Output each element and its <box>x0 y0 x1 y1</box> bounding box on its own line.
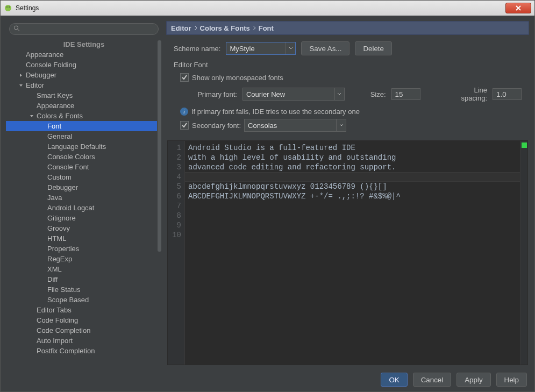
tree-item[interactable]: Postfix Completion <box>6 346 162 356</box>
app-icon <box>4 4 12 12</box>
tree-item-label: Editor <box>26 80 44 90</box>
preview-editor[interactable]: Android Studio is a full-featured IDEwit… <box>185 141 520 365</box>
tree-item[interactable]: Scope Based <box>6 295 162 305</box>
primary-font-select[interactable]: Courier New <box>242 88 345 101</box>
preview-line <box>188 172 517 182</box>
scheme-name-label: Scheme name: <box>174 45 220 53</box>
cancel-button[interactable]: Cancel <box>413 373 452 387</box>
tree-item[interactable]: Custom <box>6 172 162 182</box>
tree-item-label: Console Font <box>47 162 89 172</box>
breadcrumb-item: Font <box>259 24 274 32</box>
preview-line: Android Studio is a full-featured IDE <box>188 143 517 153</box>
scheme-name-value: MyStyle <box>230 45 254 53</box>
apply-button[interactable]: Apply <box>456 373 490 387</box>
tree-item-label: Colors & Fonts <box>37 111 83 121</box>
tree-item[interactable]: Gitignore <box>6 213 162 223</box>
tree-item[interactable]: Code Completion <box>6 325 162 336</box>
gutter-line-number: 9 <box>168 220 181 230</box>
svg-point-1 <box>6 6 8 8</box>
tree-item[interactable]: RegExp <box>6 254 162 264</box>
dialog-button-bar: OK Cancel Apply Help <box>1 370 534 392</box>
breadcrumb-item[interactable]: Editor <box>171 24 191 32</box>
preview-line: with a high level of usability and outst… <box>188 153 517 162</box>
tree-item[interactable]: Language Defaults <box>6 141 162 152</box>
gutter-line-number: 3 <box>168 162 181 172</box>
tree-item-label: Diff <box>47 274 58 284</box>
tree-item[interactable]: Android Logcat <box>6 203 162 213</box>
tree-item[interactable]: Code Folding <box>6 315 162 325</box>
search-input[interactable] <box>9 23 159 35</box>
tree-item[interactable]: Appearance <box>6 49 162 60</box>
primary-font-value: Courier New <box>246 90 285 98</box>
tree-item-label: Custom <box>47 172 72 182</box>
mono-only-label: Show only monospaced fonts <box>192 74 283 82</box>
ok-button[interactable]: OK <box>381 373 407 387</box>
settings-tree[interactable]: AppearanceConsole FoldingDebuggerEditorS… <box>6 49 162 365</box>
tree-item-label: Postfix Completion <box>37 346 95 356</box>
tree-item[interactable]: Java <box>6 193 162 203</box>
preview-line <box>188 201 517 211</box>
save-as-button[interactable]: Save As... <box>301 41 349 55</box>
tree-item[interactable]: Console Colors <box>6 152 162 162</box>
chevron-down-icon <box>286 42 295 54</box>
font-preview: 12345678910 Android Studio is a full-fea… <box>167 140 528 365</box>
tree-item[interactable]: Smart Keys <box>6 90 162 101</box>
tree-item[interactable]: File Status <box>6 284 162 295</box>
tree-item-label: HTML <box>47 233 66 244</box>
tree-item[interactable]: General <box>6 131 162 141</box>
mono-only-checkbox[interactable] <box>180 73 189 82</box>
tree-item-label: XML <box>47 264 62 274</box>
editor-font-heading: Editor Font <box>174 61 522 69</box>
error-stripe[interactable] <box>520 141 527 365</box>
sidebar-section-heading: IDE Settings <box>6 40 162 48</box>
font-size-input[interactable] <box>391 88 420 100</box>
tree-item[interactable]: Font <box>6 121 162 131</box>
secondary-font-checkbox[interactable] <box>180 121 189 130</box>
tree-item[interactable]: Diff <box>6 274 162 284</box>
tree-item[interactable]: Console Font <box>6 162 162 172</box>
close-icon <box>515 5 522 11</box>
window-title: Settings <box>16 4 39 12</box>
secondary-font-hint: If primary font fails, IDE tries to use … <box>191 108 360 116</box>
tree-item-label: Console Colors <box>47 152 95 162</box>
analysis-marker <box>522 142 527 148</box>
chevron-down-icon <box>336 119 346 131</box>
help-button[interactable]: Help <box>496 373 527 387</box>
window-close-button[interactable] <box>505 3 531 13</box>
tree-item[interactable]: XML <box>6 264 162 274</box>
scheme-name-select[interactable]: MyStyle <box>226 42 296 55</box>
preview-line: advanced code editing and refactoring su… <box>188 162 517 172</box>
tree-item-label: Code Folding <box>37 315 78 325</box>
tree-item[interactable]: Appearance <box>6 101 162 111</box>
primary-font-label: Primary font: <box>193 90 237 98</box>
tree-item[interactable]: Editor <box>6 80 162 90</box>
secondary-font-select[interactable]: Consolas <box>244 119 346 132</box>
tree-item-label: Language Defaults <box>47 141 106 152</box>
preview-line <box>188 220 517 230</box>
tree-item-label: Properties <box>47 244 79 254</box>
tree-item[interactable]: Console Folding <box>6 60 162 70</box>
main-panel: Editor Colors & Fonts Font Scheme name: … <box>166 21 529 365</box>
tree-item[interactable]: Debugger <box>6 70 162 80</box>
tree-item-label: Appearance <box>37 101 74 111</box>
preview-line: abcdefghijklmnopqrstuvwxyz 0123456789 ()… <box>188 182 517 191</box>
tree-item[interactable]: Debugger <box>6 182 162 193</box>
tree-item[interactable]: Colors & Fonts <box>6 111 162 121</box>
tree-item[interactable]: Editor Tabs <box>6 305 162 315</box>
tree-item[interactable]: Properties <box>6 244 162 254</box>
tree-item-label: Code Completion <box>37 325 90 336</box>
chevron-right-icon <box>19 73 24 77</box>
tree-item-label: Java <box>47 193 62 203</box>
breadcrumb-item[interactable]: Colors & Fonts <box>200 24 250 32</box>
gutter-line-number: 10 <box>168 230 181 240</box>
tree-item[interactable]: HTML <box>6 233 162 244</box>
tree-item[interactable]: Auto Import <box>6 336 162 346</box>
tree-item[interactable]: Groovy <box>6 223 162 233</box>
preview-line <box>188 211 517 220</box>
line-spacing-input[interactable] <box>493 88 522 100</box>
delete-button[interactable]: Delete <box>355 41 392 55</box>
preview-line: ABCDEFGHIJKLMNOPQRSTUVWXYZ +-*/= .,;:!? … <box>188 191 517 201</box>
gutter-line-number: 1 <box>168 143 181 153</box>
breadcrumb: Editor Colors & Fonts Font <box>166 21 529 35</box>
sidebar-scrollbar[interactable] <box>157 40 162 365</box>
